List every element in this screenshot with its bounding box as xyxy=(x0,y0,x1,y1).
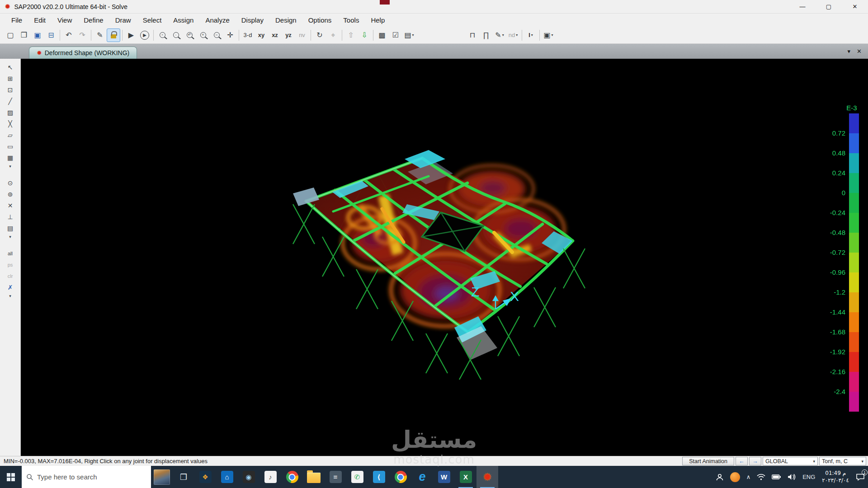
set-display-options-button[interactable]: ☑ xyxy=(389,28,402,42)
photos-app[interactable]: ❖ xyxy=(194,466,216,488)
move-down-in-list-button[interactable]: ⇩ xyxy=(358,28,371,42)
redo-button[interactable]: ↷ xyxy=(75,28,89,42)
store-app[interactable]: ⌂ xyxy=(216,466,238,488)
pointer-tool[interactable]: ↖ xyxy=(4,61,17,73)
volume-icon[interactable] xyxy=(784,466,799,488)
network-icon[interactable] xyxy=(754,466,769,488)
previous-zoom-button[interactable]: ↶ xyxy=(183,28,196,42)
taskbar-search[interactable] xyxy=(22,466,151,488)
draw-mode-button[interactable]: ✎ xyxy=(93,28,107,42)
draw-rect-area-tool[interactable]: ▭ xyxy=(4,141,17,152)
pinned-photo-thumbnail[interactable] xyxy=(151,466,173,488)
draw-special-joint-tool[interactable]: ⊡ xyxy=(4,84,17,95)
menu-assign[interactable]: Assign xyxy=(167,14,199,26)
whatsapp-app[interactable]: ✆ xyxy=(346,466,368,488)
camera-app[interactable]: ◉ xyxy=(238,466,259,488)
quick-draw-area-tool[interactable]: ▦ xyxy=(4,152,17,163)
menu-analyze[interactable]: Analyze xyxy=(199,14,235,26)
deselect-tool[interactable]: ✗ xyxy=(4,282,17,293)
rotate-3d-view-button[interactable]: ↻ xyxy=(313,28,326,42)
sap2000-app[interactable]: ✹ xyxy=(476,466,498,488)
chrome-browser[interactable] xyxy=(281,466,303,488)
more-snap-tools-button[interactable]: ▾ xyxy=(4,234,17,239)
run-analysis-button[interactable]: ▶ xyxy=(124,28,138,42)
quick-draw-wall-button[interactable]: ⊓ xyxy=(466,28,479,42)
pan-button[interactable]: ✛ xyxy=(223,28,237,42)
run-animation-button[interactable]: ▶ xyxy=(138,28,151,42)
deformed-shape-model[interactable]: Z X xyxy=(21,59,868,456)
menu-view[interactable]: View xyxy=(52,14,78,26)
units-select[interactable]: Tonf, m, C ▾ xyxy=(819,457,866,465)
next-step-button[interactable]: → xyxy=(749,457,761,465)
select-all-button[interactable]: all xyxy=(4,248,17,259)
aerial-view-button[interactable]: ⌖ xyxy=(326,28,340,42)
view-yz-button[interactable]: yz xyxy=(282,28,295,42)
maximize-button[interactable]: ▢ xyxy=(816,0,842,13)
menu-options[interactable]: Options xyxy=(302,14,338,26)
quick-draw-braces-tool[interactable]: ╳ xyxy=(4,118,17,129)
start-button[interactable] xyxy=(0,466,22,488)
edge-browser[interactable]: e xyxy=(411,466,433,488)
draw-joint-links-button[interactable]: ✎▾ xyxy=(493,28,506,42)
zoom-in-button[interactable]: + xyxy=(196,28,210,42)
model-viewport[interactable]: Z X E-3 0.720.480.240-0.24-0.48-0.72-0.9… xyxy=(21,59,868,456)
menu-tools[interactable]: Tools xyxy=(337,14,365,26)
start-animation-button[interactable]: Start Animation xyxy=(682,457,734,465)
snap-to-perpendicular-tool[interactable]: ⊥ xyxy=(4,211,17,222)
draw-poly-area-tool[interactable]: ▱ xyxy=(4,129,17,141)
lock-model-button[interactable] xyxy=(107,28,120,42)
snap-to-joints-tool[interactable]: ⊙ xyxy=(4,177,17,188)
coordinate-system-select[interactable]: GLOBAL ▾ xyxy=(763,457,818,465)
menu-help[interactable]: Help xyxy=(365,14,391,26)
word-app[interactable]: W xyxy=(433,466,455,488)
snap-to-lines-tool[interactable]: ▤ xyxy=(4,222,17,234)
area-display-button[interactable]: ▣▾ xyxy=(542,28,555,42)
task-view-button[interactable]: ❐ xyxy=(173,466,194,488)
chrome-browser-2[interactable] xyxy=(390,466,411,488)
snap-to-midpoints-tool[interactable]: ⊚ xyxy=(4,188,17,200)
menu-file[interactable]: File xyxy=(5,14,28,26)
search-input[interactable] xyxy=(37,473,139,481)
minimize-button[interactable]: — xyxy=(789,0,816,13)
people-icon[interactable] xyxy=(712,466,727,488)
menu-select[interactable]: Select xyxy=(137,14,168,26)
hidden-icons-button[interactable]: ∧ xyxy=(743,466,754,488)
battery-icon[interactable] xyxy=(769,466,784,488)
open-file-button[interactable]: ❒ xyxy=(17,28,31,42)
calculator-app[interactable]: = xyxy=(325,466,346,488)
reshape-tool[interactable]: ⊞ xyxy=(4,73,17,84)
object-shrink-toggle-button[interactable]: ▩ xyxy=(375,28,389,42)
menu-draw[interactable]: Draw xyxy=(109,14,137,26)
move-up-in-list-button[interactable]: ⇧ xyxy=(344,28,358,42)
excel-app[interactable]: X xyxy=(455,466,476,488)
close-button[interactable]: ✕ xyxy=(842,0,868,13)
more-select-tools-button[interactable]: ▾ xyxy=(4,293,17,299)
snap-to-intersections-tool[interactable]: ✕ xyxy=(4,200,17,211)
previous-step-button[interactable]: ← xyxy=(736,457,748,465)
view-xy-button[interactable]: xy xyxy=(255,28,268,42)
more-display-options-button[interactable]: ▤▾ xyxy=(402,28,416,42)
view-nv-button[interactable]: nv xyxy=(295,28,309,42)
get-previous-selection-button[interactable]: ps xyxy=(4,259,17,270)
menu-edit[interactable]: Edit xyxy=(28,14,52,26)
draw-frame-tool[interactable]: ╱ xyxy=(4,95,17,107)
menu-define[interactable]: Define xyxy=(78,14,109,26)
view-3d-button[interactable]: 3-d xyxy=(241,28,255,42)
clear-selection-button[interactable]: clr xyxy=(4,270,17,282)
close-view-button[interactable]: ✕ xyxy=(857,48,862,55)
undo-button[interactable]: ↶ xyxy=(62,28,75,42)
deformed-shape-tab[interactable]: ✹ Deformed Shape (WORKING) xyxy=(29,47,137,59)
more-draw-tools-button[interactable]: ▾ xyxy=(4,163,17,169)
user-presence-dot[interactable] xyxy=(727,466,743,488)
taskbar-clock[interactable]: 01:49 م ٢٠٢٣/٠٣/٠٤ xyxy=(818,466,853,488)
rubber-band-zoom-button[interactable]: ▫ xyxy=(156,28,169,42)
window-list-button[interactable]: ▾ xyxy=(848,48,851,55)
language-indicator[interactable]: ENG xyxy=(799,466,818,488)
quick-draw-frame-button[interactable]: ∏ xyxy=(479,28,493,42)
action-center-button[interactable]: 1 xyxy=(853,466,868,488)
save-button[interactable]: ▣ xyxy=(31,28,44,42)
zoom-out-button[interactable]: − xyxy=(210,28,223,42)
menu-display[interactable]: Display xyxy=(236,14,269,26)
frame-section-display-button[interactable]: I▾ xyxy=(524,28,538,42)
media-app[interactable]: ♪ xyxy=(259,466,281,488)
